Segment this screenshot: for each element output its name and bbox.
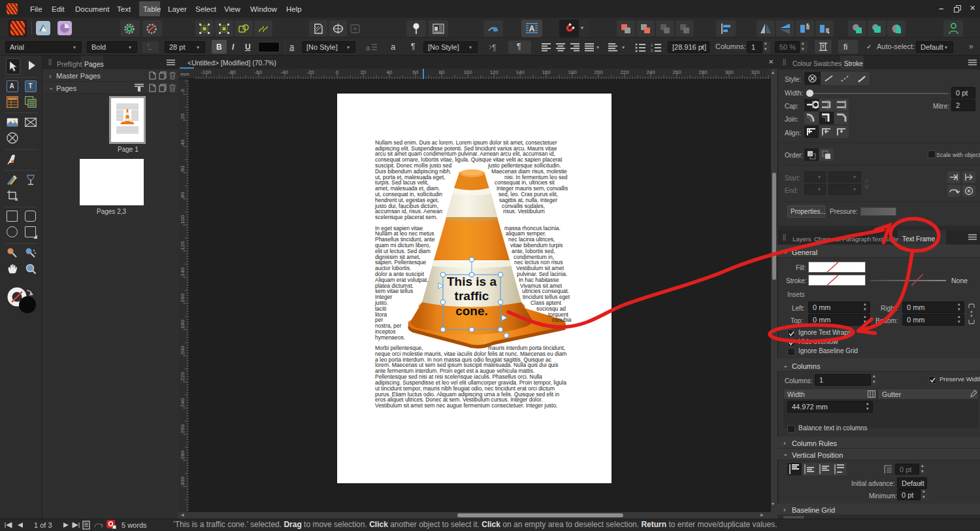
svg-text:A: A: [529, 24, 535, 33]
svg-text:1: 1: [651, 43, 653, 47]
svg-text:2: 2: [651, 48, 653, 52]
svg-text:a: a: [366, 44, 370, 52]
svg-text:¶: ¶: [492, 43, 496, 52]
